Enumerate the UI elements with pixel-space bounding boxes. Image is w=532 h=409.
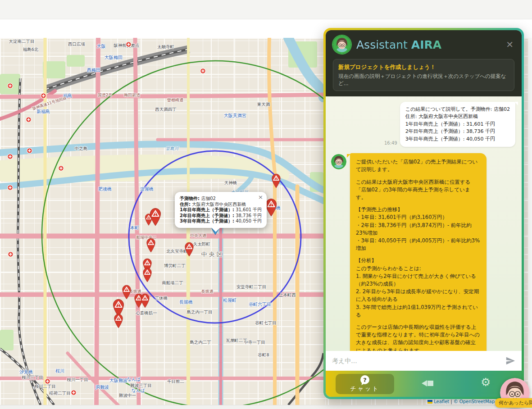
- warning-marker[interactable]: [184, 241, 195, 259]
- hospital-poi-icon: [7, 184, 13, 190]
- panel-toolbar: ? チャット ⚙: [326, 371, 522, 397]
- assistant-paragraph: ご提供いただいた「店舗02」の売上予測結果について説明します。: [356, 158, 481, 173]
- hospital-poi-icon: [71, 389, 77, 395]
- warning-marker[interactable]: [146, 237, 156, 254]
- banner-title: 新規プロジェクトを作成しましょう！: [338, 63, 509, 71]
- video-camera-icon: [421, 377, 437, 389]
- popup-line: 1年目年商売上（予測値）: 31,601 千円: [180, 207, 262, 213]
- assistant-panel: Assistant AIRA ✕ 新規プロジェクトを作成しましょう！ 現在の画面…: [323, 28, 524, 399]
- paper-plane-icon: [505, 356, 515, 366]
- popup-line: 住所: 大阪府大阪市中央区西新橋: [180, 202, 262, 208]
- hospital-poi-icon: [45, 377, 50, 383]
- hospital-poi-icon: [7, 153, 13, 159]
- chat-input[interactable]: [331, 357, 501, 365]
- hospital-poi-icon: [7, 82, 13, 88]
- hospital-poi-icon: [58, 164, 64, 170]
- assistant-paragraph: この結果は大阪府大阪市中央区西新橋に位置する「店舗02」の3年間の年商売上予測を…: [356, 178, 481, 202]
- leaflet-link[interactable]: Leaflet: [434, 399, 449, 404]
- hospital-poi-icon: [26, 116, 32, 122]
- popup-line: 2年目年商売上（予測値）: 38,736 千円: [180, 213, 262, 219]
- assistant-avatar: [333, 36, 351, 54]
- assistant-paragraph: 【分析】 この予測からわかることは: 1. 開業から2年目にかけて売上が大きく伸…: [356, 257, 481, 319]
- warning-marker[interactable]: [142, 267, 153, 284]
- assistant-avatar: [331, 154, 346, 169]
- banner-subtitle: 現在の画面の説明＋プロジェクトの進行状況＋次のステップへの提案など...: [338, 73, 509, 87]
- message-list[interactable]: 16:49 この結果について説明して。予測物件: 店舗02 住所: 大阪府大阪市…: [326, 96, 522, 351]
- hospital-poi-icon: [200, 67, 206, 73]
- assistant-paragraph: 【予測売上の推移】 ・1年目: 31,601千円（約3,160万円） ・2年目:…: [356, 206, 481, 252]
- popup-line: 予測物件: 店舗02: [180, 196, 262, 202]
- close-icon[interactable]: ✕: [505, 39, 514, 50]
- question-bubble-icon: ?: [360, 375, 369, 384]
- hospital-poi-icon: [27, 147, 32, 153]
- popup-line: 3年目年商売上（予測値）: 40,050 千円: [180, 218, 262, 224]
- warning-marker[interactable]: [271, 173, 282, 190]
- user-message-bubble: この結果について説明して。予測物件: 店舗02 住所: 大阪府大阪市中央区西新橋…: [400, 102, 515, 147]
- chat-input-bar: [326, 351, 522, 371]
- settings-button[interactable]: ⚙: [481, 377, 491, 388]
- assistant-paragraph: このデータは店舗の中長期的な収益性を評価する上で重要な指標となります。特に初年度…: [356, 323, 481, 351]
- user-message-row: 16:49 この結果について説明して。予測物件: 店舗02 住所: 大阪府大阪市…: [331, 102, 515, 147]
- popup-close-icon[interactable]: ×: [258, 194, 263, 200]
- suggestion-banner[interactable]: 新規プロジェクトを作成しましょう！ 現在の画面の説明＋プロジェクトの進行状況＋次…: [333, 59, 514, 91]
- ukraine-flag-icon: [427, 400, 432, 404]
- chat-tab-button[interactable]: ? チャット: [336, 374, 394, 394]
- hospital-poi-icon: [126, 41, 132, 46]
- warning-marker[interactable]: [149, 207, 162, 228]
- warning-marker[interactable]: [140, 293, 150, 310]
- assistant-message-bubble: ご提供いただいた「店舗02」の売上予測結果について説明します。この結果は大阪府大…: [350, 153, 487, 351]
- chat-header: Assistant AIRA ✕ 新規プロジェクトを作成しましょう！ 現在の画面…: [326, 30, 522, 96]
- page-bottom-strip: [0, 405, 532, 409]
- send-button[interactable]: [505, 355, 516, 367]
- prediction-popup: × 予測物件: 店舗02住所: 大阪府大阪市中央区西新橋1年目年商売上（予測値）…: [175, 192, 267, 228]
- user-message-time: 16:49: [384, 141, 397, 145]
- assistant-message-row: ご提供いただいた「店舗02」の売上予測結果について説明します。この結果は大阪府大…: [331, 153, 515, 351]
- mascot-tooltip: 何かあったら聞いてね: [495, 398, 532, 408]
- chat-tab-label: チャット: [350, 385, 379, 393]
- panel-title: Assistant AIRA: [356, 38, 500, 51]
- attribution-separator: |: [450, 399, 452, 404]
- browser-top-strip: [0, 0, 532, 19]
- video-button[interactable]: [421, 377, 437, 391]
- hospital-poi-icon: [41, 92, 46, 98]
- warning-marker[interactable]: [113, 313, 124, 330]
- gear-icon: ⚙: [481, 376, 491, 389]
- hospital-poi-icon: [8, 250, 14, 256]
